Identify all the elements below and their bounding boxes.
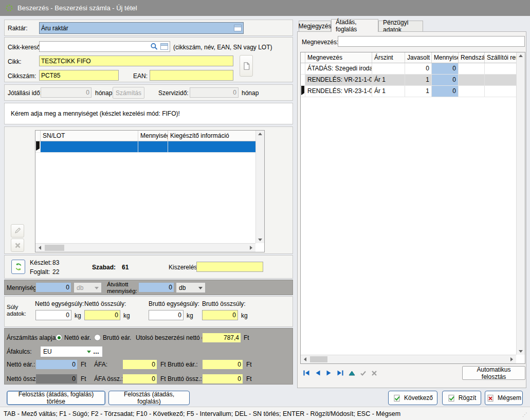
row-marker-icon xyxy=(301,86,304,95)
resize-grip[interactable]: ⋰ xyxy=(522,412,528,418)
gross-unit-weight-input[interactable] xyxy=(149,310,184,320)
tab-megjegyzes[interactable]: Megjegyzés xyxy=(299,21,331,32)
snlot-section: SN/LOT Mennyiség Kiegészítő információ xyxy=(4,126,293,254)
header-mennyiseg: Mennyiség xyxy=(432,52,459,63)
gross-total-weight-input[interactable] xyxy=(202,310,238,320)
red-x-page-icon xyxy=(486,394,495,402)
tab-atadas-foglalas[interactable]: Átadás, foglalás xyxy=(331,19,378,32)
delete-snlot-button[interactable] xyxy=(11,239,24,252)
chevron-down-icon xyxy=(87,351,91,355)
net-total-weight-label: Nettó összsúly: xyxy=(84,300,126,307)
transfer-table: Megnevezés Árszint Javasolt m Mennyiség … xyxy=(300,52,525,364)
table-row[interactable]: RENDELÉS: VR-21-1-00009 Ár 1 1 0 xyxy=(301,75,525,86)
converted-unit-combo[interactable]: db xyxy=(176,282,206,293)
net-price-radio[interactable] xyxy=(56,334,62,341)
gross-price-radio[interactable] xyxy=(94,334,101,341)
quantity-message: Kérem adja meg a mennyiséget (készlet ke… xyxy=(11,110,180,117)
nav-edit-button[interactable] xyxy=(348,369,356,377)
save-button[interactable]: Rögzít xyxy=(442,391,481,405)
nav-last-button[interactable] xyxy=(336,369,344,377)
transfer-vertical-scrollbar[interactable] xyxy=(516,52,525,355)
snlot-selected-row[interactable] xyxy=(35,141,264,153)
edit-snlot-button[interactable] xyxy=(11,224,24,238)
gross-total-label: Bruttó össz.: xyxy=(168,375,202,382)
net-unit-weight-unit: kg xyxy=(75,312,81,319)
refresh-icon xyxy=(14,263,23,271)
quantity-unit-value: db xyxy=(77,284,93,291)
new-item-button[interactable] xyxy=(240,55,253,77)
stock-section: Készlet: 83 Foglalt: 22 Szabad: 61 Kisze… xyxy=(4,255,293,279)
scroll-right-icon[interactable] xyxy=(510,357,515,361)
search-icon[interactable] xyxy=(150,43,158,50)
header-megnevezes: Megnevezés xyxy=(305,52,372,63)
gross-unit-weight-unit: kg xyxy=(187,312,193,319)
scroll-up-icon[interactable] xyxy=(519,52,523,57)
scroll-right-icon[interactable] xyxy=(250,246,254,250)
last-purchase-price-input[interactable] xyxy=(202,333,241,343)
delete-split-button[interactable]: Felosztás (átadás, foglalás) törlése xyxy=(7,391,105,405)
snlot-horizontal-scrollbar[interactable] xyxy=(35,243,255,252)
net-unit-weight-input[interactable] xyxy=(35,310,71,320)
warehouse-lookup-icon[interactable] xyxy=(234,25,242,31)
snlot-vertical-scrollbar[interactable] xyxy=(255,131,264,243)
ellipsis-button[interactable]: … xyxy=(93,348,100,355)
table-row-selected[interactable]: RENDELÉS: VR-23-1-00009 Ár 1 1 0 xyxy=(301,86,525,97)
gross-total-input[interactable] xyxy=(202,374,243,384)
vat-key-combo[interactable]: EU … xyxy=(40,346,103,357)
item-search-input[interactable] xyxy=(40,42,148,51)
packaging-input[interactable] xyxy=(196,262,263,272)
scrollbar-thumb[interactable] xyxy=(310,356,327,362)
snlot-table: SN/LOT Mennyiség Kiegészítő információ xyxy=(35,130,265,252)
refresh-stock-button[interactable] xyxy=(11,260,25,274)
converted-quantity-input[interactable] xyxy=(138,282,174,293)
item-number-input[interactable] xyxy=(39,70,119,81)
service-time-input xyxy=(190,87,239,98)
item-name-input[interactable] xyxy=(39,56,233,66)
vat-input[interactable] xyxy=(122,359,157,370)
scroll-down-icon[interactable] xyxy=(258,239,262,243)
split-button[interactable]: Felosztás (átadás, foglalás) xyxy=(108,391,190,405)
scroll-left-icon[interactable] xyxy=(36,246,41,250)
nav-prev-button[interactable] xyxy=(314,369,322,377)
tab-penzugyi-adatok[interactable]: Pénzügyi adatok xyxy=(378,21,423,32)
weight-group-label: Súly adatok: xyxy=(7,304,31,317)
next-button[interactable]: Következő xyxy=(388,391,437,405)
net-price-input[interactable] xyxy=(35,359,78,370)
warehouse-field[interactable] xyxy=(39,22,244,34)
row-marker-icon xyxy=(36,141,40,151)
net-total-label: Nettó össz.: xyxy=(7,375,39,382)
item-section: Cikk-kereső: (cikkszám, név, EAN, SN vag… xyxy=(4,37,293,82)
quantity-input[interactable] xyxy=(35,282,71,293)
nav-first-button[interactable] xyxy=(302,369,310,377)
net-total-weight-input[interactable] xyxy=(84,310,120,320)
delete-x-icon xyxy=(14,242,21,249)
table-row[interactable]: ÁTADÁS: Szegedi iroda - Á 0 0 xyxy=(301,63,525,75)
gross-price-radio-label: Bruttó eár. xyxy=(103,334,131,341)
scroll-left-icon[interactable] xyxy=(302,357,306,361)
scroll-down-icon[interactable] xyxy=(519,350,523,355)
designation-input[interactable] xyxy=(338,36,525,47)
scrollbar-thumb[interactable] xyxy=(45,245,64,251)
nav-cancel-button[interactable] xyxy=(370,369,378,377)
auto-split-button[interactable]: Automatikus felosztás xyxy=(462,366,525,380)
row-marker xyxy=(35,141,41,152)
weight-section: Súly adatok: Nettó egységsúly: Nettó öss… xyxy=(4,296,293,327)
cancel-button[interactable]: Mégsem xyxy=(485,391,523,405)
item-search-field[interactable] xyxy=(39,41,170,52)
ean-input[interactable] xyxy=(150,70,233,81)
currency-label: Ft xyxy=(81,361,86,368)
warehouse-input[interactable] xyxy=(40,23,234,33)
header-arszint: Árszint xyxy=(372,52,405,63)
transfer-horizontal-scrollbar[interactable] xyxy=(301,355,516,363)
nav-post-button[interactable] xyxy=(359,369,367,377)
stock-label: Készlet: xyxy=(30,259,52,266)
scroll-up-icon[interactable] xyxy=(258,131,262,135)
vat-total-input[interactable] xyxy=(122,374,157,384)
nav-next-button[interactable] xyxy=(325,369,333,377)
item-search-lookup-icon[interactable] xyxy=(160,43,168,50)
warranty-unit: hónap xyxy=(95,89,112,97)
snlot-marker-column xyxy=(35,131,41,141)
gross-price-input[interactable] xyxy=(202,359,243,370)
net-price-radio-label: Nettó eár. xyxy=(64,334,91,341)
document-icon xyxy=(243,62,250,70)
